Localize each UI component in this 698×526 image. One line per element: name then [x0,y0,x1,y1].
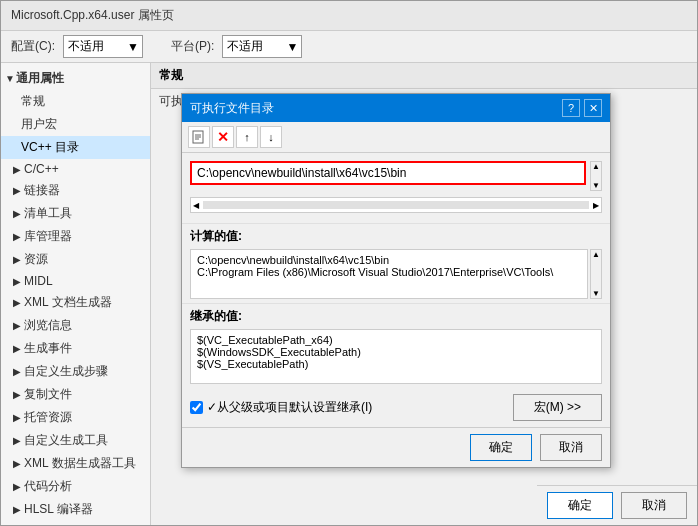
path-input[interactable] [190,161,586,185]
config-dropdown[interactable]: 不适用 ▼ [63,35,143,58]
sidebar-item-label: 代码分析 [24,478,72,495]
sidebar-item-browse-info[interactable]: ▶ 浏览信息 [1,314,150,337]
inherited-value-2: $(WindowsSDK_ExecutablePath) [197,346,595,358]
inherited-values-box: $(VC_ExecutablePath_x64) $(WindowsSDK_Ex… [190,329,602,384]
path-scrollbar[interactable]: ▲ ▼ [590,161,602,191]
sidebar-item-label: MIDL [24,274,53,288]
delete-button[interactable]: ✕ [212,126,234,148]
sidebar-item-code-analysis[interactable]: ▶ 代码分析 [1,475,150,498]
sidebar-item-label: HLSL 编译器 [24,501,93,518]
expand-icon: ▶ [13,185,21,196]
sidebar-item-label: 链接器 [24,182,60,199]
sidebar-item-xml-gen[interactable]: ▶ XML 文档生成器 [1,291,150,314]
main-cancel-button[interactable]: 取消 [621,492,687,519]
macro-button[interactable]: 宏(M) >> [513,394,602,421]
sidebar-item-manifest[interactable]: ▶ 清单工具 [1,202,150,225]
sidebar-item-lib-manager[interactable]: ▶ 库管理器 [1,225,150,248]
expand-icon: ▶ [13,276,21,287]
expand-icon: ▶ [13,164,21,175]
sidebar-item-label: 自定义生成工具 [24,432,108,449]
computed-box-inner: C:\opencv\newbuild\install\x64\vc15\bin … [197,254,581,278]
main-ok-button[interactable]: 确定 [547,492,613,519]
sidebar-item-managed-resources[interactable]: ▶ 托管资源 [1,406,150,429]
dialog-close-button[interactable]: ✕ [584,99,602,117]
expand-icon: ▶ [13,297,21,308]
move-up-button[interactable]: ↑ [236,126,258,148]
main-wrapper: 常规 可执行文件目录 C:\opencv\newbuild\install\x6… [151,63,697,525]
computed-value-1: C:\opencv\newbuild\install\x64\vc15\bin [197,254,581,266]
inherited-value-3: $(VS_ExecutablePath) [197,358,595,370]
computed-scroll-up-icon: ▲ [592,250,600,259]
scroll-left-icon: ◀ [191,201,201,210]
inherited-label: 继承的值: [190,308,602,325]
dialog-title: 可执行文件目录 [190,100,274,117]
inherited-section: 继承的值: $(VC_ExecutablePath_x64) $(Windows… [182,303,610,388]
sidebar-item-label: 生成事件 [24,340,72,357]
sidebar-item-cpp[interactable]: ▶ C/C++ [1,159,150,179]
sidebar-item-midl[interactable]: ▶ MIDL [1,271,150,291]
expand-icon: ▶ [13,389,21,400]
new-line-button[interactable] [188,126,210,148]
inherit-checkbox[interactable] [190,401,203,414]
expand-icon: ▶ [13,435,21,446]
sidebar-item-xml-gen-tools[interactable]: ▶ XML 数据生成器工具 [1,452,150,475]
expand-icon: ▶ [13,458,21,469]
content-area: ▼ 通用属性 常规 用户宏 VC++ 目录 ▶ C/C++ ▶ 链接器 ▶ [1,63,697,525]
computed-scroll-down-icon: ▼ [592,289,600,298]
sidebar-item-hlsl[interactable]: ▶ HLSL 编译器 [1,498,150,521]
main-bottom-buttons: 确定 取消 [537,485,697,525]
dialog-bottom-buttons: 确定 取消 [182,427,610,467]
scroll-right-icon: ▶ [591,201,601,210]
sidebar-item-label: 托管资源 [24,409,72,426]
sidebar-item-label: 复制文件 [24,386,72,403]
sidebar-item-vcpp-dirs[interactable]: VC++ 目录 [1,136,150,159]
sidebar-item-label: 自定义生成步骤 [24,363,108,380]
expand-icon: ▶ [13,320,21,331]
move-down-button[interactable]: ↓ [260,126,282,148]
sidebar-item-user[interactable]: 用户宏 [1,113,150,136]
dialog-help-button[interactable]: ? [562,99,580,117]
computed-scrollbar[interactable]: ▲ ▼ [590,249,602,299]
sidebar-item-linker[interactable]: ▶ 链接器 [1,179,150,202]
platform-label: 平台(P): [171,38,214,55]
executable-dir-dialog: 可执行文件目录 ? ✕ [181,93,611,468]
expand-icon: ▶ [13,343,21,354]
dialog-ok-button[interactable]: 确定 [470,434,532,461]
expand-icon: ▶ [13,504,21,515]
sidebar-item-label: C/C++ [24,162,59,176]
sidebar-item-label: 用户宏 [21,116,57,133]
sidebar-item-general[interactable]: 常规 [1,90,150,113]
expand-icon: ▶ [13,231,21,242]
inherit-checkbox-row: ✓从父级或项目默认设置继承(I) 宏(M) >> [182,388,610,427]
sidebar-item-copy-files[interactable]: ▶ 复制文件 [1,383,150,406]
sidebar-item-custom-build-tool[interactable]: ▶ 自定义生成工具 [1,429,150,452]
inherit-checkbox-label: ✓从父级或项目默认设置继承(I) [207,399,372,416]
dialog-title-bar: 可执行文件目录 ? ✕ [182,94,610,122]
sidebar-item-label: 清单工具 [24,205,72,222]
dialog-cancel-button[interactable]: 取消 [540,434,602,461]
dialog-overlay: 可执行文件目录 ? ✕ [161,93,697,525]
sidebar-item-general-props[interactable]: ▼ 通用属性 [1,67,150,90]
computed-label: 计算的值: [190,228,602,245]
sidebar-item-resources[interactable]: ▶ 资源 [1,248,150,271]
title-bar: Microsoft.Cpp.x64.user 属性页 [1,1,697,31]
path-input-row: ▲ ▼ [190,161,602,191]
computed-value-2: C:\Program Files (x86)\Microsoft Visual … [197,266,581,278]
config-bar: 配置(C): 不适用 ▼ 平台(P): 不适用 ▼ [1,31,697,63]
sidebar-item-label: XML 数据生成器工具 [24,455,136,472]
platform-dropdown-arrow-icon: ▼ [286,40,298,54]
scrollbar-down-icon: ▼ [592,181,600,190]
sidebar-item-custom-build[interactable]: ▶ 自定义生成步骤 [1,360,150,383]
expand-icon: ▼ [5,73,13,84]
expand-icon: ▶ [13,254,21,265]
sidebar-item-label: VC++ 目录 [21,139,79,156]
computed-values-box: C:\opencv\newbuild\install\x64\vc15\bin … [190,249,588,299]
sidebar: ▼ 通用属性 常规 用户宏 VC++ 目录 ▶ C/C++ ▶ 链接器 ▶ [1,63,151,525]
platform-dropdown[interactable]: 不适用 ▼ [222,35,302,58]
expand-icon: ▶ [13,481,21,492]
general-section-header: 常规 [151,63,697,89]
sidebar-item-build-events[interactable]: ▶ 生成事件 [1,337,150,360]
new-line-icon [192,130,206,144]
horizontal-scrollbar[interactable]: ◀ ▶ [190,197,602,213]
main-window: Microsoft.Cpp.x64.user 属性页 配置(C): 不适用 ▼ … [0,0,698,526]
